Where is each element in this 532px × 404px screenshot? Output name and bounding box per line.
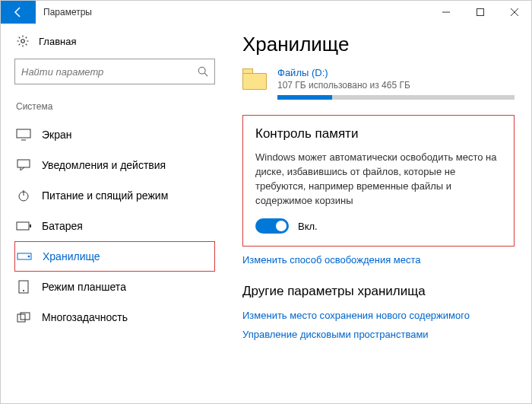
section-label: Система: [14, 101, 215, 112]
storage-sense-section: Контроль памяти Windows может автоматиче…: [242, 115, 515, 247]
sidebar-item-notifications[interactable]: Уведомления и действия: [14, 150, 215, 180]
page-title: Хранилище: [242, 33, 515, 56]
nav-label: Многозадачность: [42, 311, 128, 323]
folder-icon: [242, 67, 270, 90]
svg-rect-7: [17, 129, 30, 138]
battery-icon: [16, 220, 31, 232]
svg-rect-1: [477, 9, 483, 16]
sidebar-item-tablet[interactable]: Режим планшета: [14, 272, 215, 302]
minimize-button[interactable]: [429, 1, 463, 24]
sidebar-item-power[interactable]: Питание и спящий режим: [14, 180, 215, 211]
search-icon: [198, 66, 208, 77]
drive-row[interactable]: Файлы (D:) 107 ГБ использовано из 465 ГБ: [242, 67, 515, 100]
gear-icon: [16, 34, 30, 48]
tablet-icon: [16, 281, 31, 293]
power-icon: [16, 189, 31, 202]
nav-label: Питание и спящий режим: [42, 189, 168, 202]
nav-label: Режим планшета: [42, 281, 126, 293]
svg-rect-9: [17, 160, 30, 167]
sidebar: Главная Система Экран Уведомления и дейс…: [1, 24, 229, 403]
sidebar-item-battery[interactable]: Батарея: [14, 211, 215, 241]
change-save-location-link[interactable]: Изменить место сохранения нового содержи…: [242, 310, 515, 321]
close-button[interactable]: [497, 1, 531, 24]
usage-bar: [277, 95, 515, 100]
monitor-icon: [16, 129, 31, 141]
svg-rect-12: [17, 222, 29, 230]
manage-storage-spaces-link[interactable]: Управление дисковыми пространствами: [242, 329, 515, 340]
home-label: Главная: [39, 36, 76, 47]
storage-sense-toggle[interactable]: [255, 218, 289, 234]
svg-rect-13: [30, 224, 31, 227]
sidebar-item-display[interactable]: Экран: [14, 119, 215, 150]
back-button[interactable]: [1, 1, 36, 24]
svg-rect-18: [17, 314, 25, 322]
svg-point-17: [23, 290, 24, 291]
drive-icon: [17, 250, 32, 262]
chat-icon: [16, 159, 31, 171]
search-field[interactable]: [21, 66, 198, 78]
window-title: Параметры: [36, 1, 92, 24]
storage-sense-description: Windows может автоматически освободить м…: [255, 151, 502, 208]
svg-point-15: [28, 256, 30, 257]
change-free-space-link[interactable]: Изменить способ освобождения места: [242, 254, 515, 266]
multitask-icon: [16, 311, 31, 323]
other-storage-heading: Другие параметры хранилища: [242, 284, 515, 299]
svg-line-6: [204, 73, 207, 76]
home-button[interactable]: Главная: [14, 34, 215, 48]
maximize-button[interactable]: [463, 1, 497, 24]
main-panel: Хранилище Файлы (D:) 107 ГБ использовано…: [229, 24, 531, 403]
sidebar-item-storage[interactable]: Хранилище: [14, 241, 215, 272]
nav-label: Батарея: [42, 220, 83, 232]
search-input[interactable]: [14, 59, 215, 84]
sidebar-item-multitask[interactable]: Многозадачность: [14, 302, 215, 332]
nav-label: Экран: [42, 129, 72, 141]
toggle-state-label: Вкл.: [298, 221, 318, 232]
titlebar: Параметры: [1, 1, 531, 24]
nav-label: Уведомления и действия: [42, 159, 166, 171]
nav-label: Хранилище: [43, 250, 100, 262]
drive-usage: 107 ГБ использовано из 465 ГБ: [277, 80, 515, 91]
svg-point-4: [21, 40, 25, 43]
svg-point-5: [198, 67, 205, 74]
storage-sense-title: Контроль памяти: [255, 126, 502, 142]
drive-name: Файлы (D:): [277, 67, 515, 78]
